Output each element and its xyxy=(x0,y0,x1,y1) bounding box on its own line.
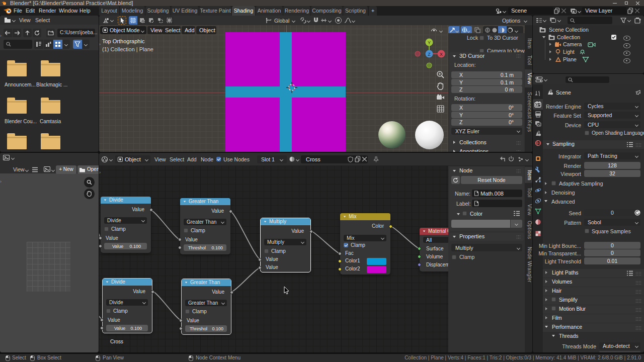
svg-text:Z: Z xyxy=(428,52,431,57)
svg-text:Y: Y xyxy=(428,40,431,45)
svg-text:X: X xyxy=(440,52,443,57)
